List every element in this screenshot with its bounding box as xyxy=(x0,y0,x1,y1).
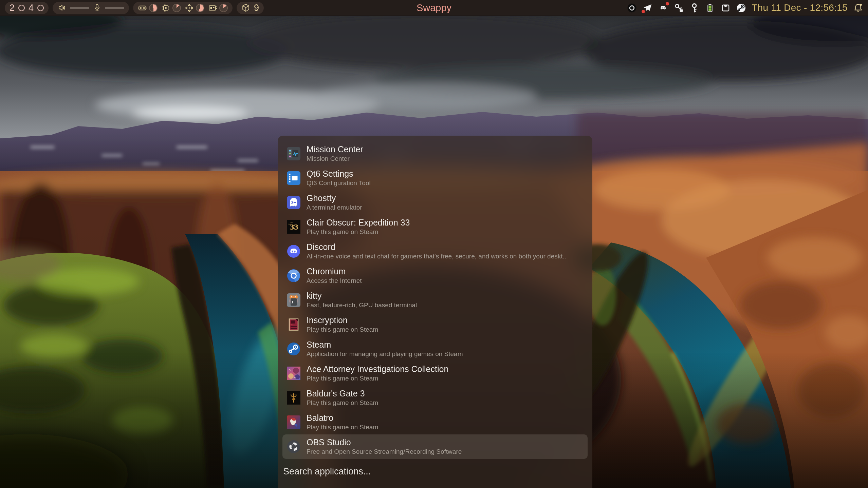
launcher-item[interactable]: GhosttyA terminal emulator xyxy=(282,190,588,215)
launcher-item[interactable]: ❯_kittyFast, feature-rich, GPU based ter… xyxy=(282,288,588,312)
launcher-item[interactable]: SteamApplication for managing and playin… xyxy=(282,337,588,361)
launcher-item[interactable]: Baldur's Gate 3Play this game on Steam xyxy=(282,386,588,410)
workspaces-pill: 24 xyxy=(5,2,49,14)
app-description: Free and Open Source Streaming/Recording… xyxy=(307,448,462,456)
key-lock-icon[interactable] xyxy=(673,3,684,13)
launcher-item[interactable]: Qt6 SettingsQt6 Configuration Tool xyxy=(282,166,588,190)
inscryption-icon xyxy=(287,318,300,331)
gamepad-sensor xyxy=(185,3,204,13)
notification-badge xyxy=(666,2,669,5)
app-title: Steam xyxy=(307,340,463,350)
app-title: Ghostty xyxy=(307,193,362,203)
cpu-sensor xyxy=(161,3,181,13)
launcher-item[interactable]: ChromiumAccess the Internet xyxy=(282,263,588,288)
discord-icon xyxy=(287,245,300,258)
app-texts: GhosttyA terminal emulator xyxy=(307,193,362,212)
app-description: Application for managing and playing gam… xyxy=(307,350,463,358)
memory-icon xyxy=(138,3,147,13)
app-texts: SteamApplication for managing and playin… xyxy=(307,340,463,358)
workspace-indicator-empty[interactable] xyxy=(37,5,44,11)
audio-pill xyxy=(53,2,129,14)
app-title: Chromium xyxy=(307,267,362,276)
workspace-indicator[interactable]: 2 xyxy=(10,3,15,13)
baldurs-gate-3-icon xyxy=(287,391,300,405)
app-texts: Baldur's Gate 3Play this game on Steam xyxy=(307,389,378,407)
app-title: Ace Attorney Investigations Collection xyxy=(307,364,448,374)
gpu-usage-gauge xyxy=(219,4,228,12)
package-icon xyxy=(241,3,250,12)
launcher-item[interactable]: Mission CenterMission Center xyxy=(282,141,588,166)
cpu-usage-gauge xyxy=(172,4,181,12)
app-title: Baldur's Gate 3 xyxy=(307,389,378,398)
app-description: Mission Center xyxy=(307,155,363,163)
desktop: 24 9 Swappy Thu 11 Dec - 12:56:15 Missio… xyxy=(0,0,868,488)
qt6-settings-icon xyxy=(287,171,300,185)
gpu-sensor xyxy=(208,3,228,13)
app-texts: ChromiumAccess the Internet xyxy=(307,267,362,285)
app-texts: Mission CenterMission Center xyxy=(307,144,363,163)
mic-slider[interactable] xyxy=(105,7,124,9)
top-bar: 24 9 Swappy Thu 11 Dec - 12:56:15 xyxy=(0,0,868,16)
chromium-icon xyxy=(287,269,300,282)
launcher-item[interactable]: InscryptionPlay this game on Steam xyxy=(282,312,588,337)
window-title: Swappy xyxy=(417,2,451,14)
app-title: Qt6 Settings xyxy=(307,169,371,179)
mission-center-icon xyxy=(287,147,300,160)
clair-obscur-icon: 33 xyxy=(287,220,300,234)
launcher-item[interactable]: BalatroPlay this game on Steam xyxy=(282,410,588,434)
svg-text:33: 33 xyxy=(289,223,298,231)
app-title: Mission Center xyxy=(307,144,363,154)
top-bar-left: 24 9 xyxy=(5,2,264,14)
notification-badge xyxy=(642,10,645,13)
telegram-icon[interactable] xyxy=(642,3,653,13)
app-title: OBS Studio xyxy=(307,437,462,447)
svg-text:❯_: ❯_ xyxy=(291,300,296,304)
launcher-panel: Mission CenterMission CenterQt6 Settings… xyxy=(278,136,592,488)
network-icon[interactable] xyxy=(720,3,731,13)
app-description: A terminal emulator xyxy=(307,204,362,212)
battery-icon[interactable] xyxy=(705,3,715,13)
updates-pill[interactable]: 9 xyxy=(237,2,264,14)
ace-attorney-icon xyxy=(287,367,300,380)
app-texts: BalatroPlay this game on Steam xyxy=(307,413,378,432)
sensors-pill xyxy=(133,2,233,14)
app-description: Access the Internet xyxy=(307,277,362,285)
app-description: Play this game on Steam xyxy=(307,375,448,383)
steelseries-icon[interactable] xyxy=(627,3,637,13)
app-description: Play this game on Steam xyxy=(307,399,378,407)
volume-slider[interactable] xyxy=(70,7,89,9)
speaker-icon xyxy=(57,3,66,12)
discord-tray-icon[interactable] xyxy=(658,3,668,13)
app-description: Fast, feature-rich, GPU based terminal xyxy=(307,301,417,309)
app-title: Discord xyxy=(307,242,566,252)
steam-tray-icon[interactable] xyxy=(736,3,746,13)
gamepad-usage-gauge xyxy=(196,4,204,12)
app-description: Play this game on Steam xyxy=(307,424,378,431)
app-texts: Qt6 SettingsQt6 Configuration Tool xyxy=(307,169,371,188)
app-description: Qt6 Configuration Tool xyxy=(307,179,371,187)
app-texts: Clair Obscur: Expedition 33Play this gam… xyxy=(307,218,410,236)
app-texts: DiscordAll-in-one voice and text chat fo… xyxy=(307,242,566,261)
search-input[interactable] xyxy=(283,466,541,477)
workspace-indicator[interactable]: 4 xyxy=(29,3,34,13)
app-title: Clair Obscur: Expedition 33 xyxy=(307,218,410,228)
app-texts: OBS StudioFree and Open Source Streaming… xyxy=(307,437,462,456)
workspace-indicator-empty[interactable] xyxy=(18,5,25,11)
launcher-item[interactable]: DiscordAll-in-one voice and text chat fo… xyxy=(282,239,588,263)
microphone-icon xyxy=(93,3,101,12)
bell-icon[interactable] xyxy=(853,3,863,13)
obs-studio-icon xyxy=(287,440,300,453)
launcher-item[interactable]: OBS StudioFree and Open Source Streaming… xyxy=(282,434,588,459)
clock: Thu 11 Dec - 12:56:15 xyxy=(752,2,848,13)
launcher-item[interactable]: Ace Attorney Investigations CollectionPl… xyxy=(282,361,588,386)
key-icon[interactable] xyxy=(689,3,700,13)
app-title: Inscryption xyxy=(307,315,378,325)
app-list: Mission CenterMission CenterQt6 Settings… xyxy=(278,141,592,459)
steam-app-icon xyxy=(287,342,300,356)
app-texts: Ace Attorney Investigations CollectionPl… xyxy=(307,364,448,383)
memory-sensor xyxy=(138,3,158,13)
launcher-item[interactable]: 33Clair Obscur: Expedition 33Play this g… xyxy=(282,215,588,239)
cpu-icon xyxy=(161,3,170,13)
app-texts: InscryptionPlay this game on Steam xyxy=(307,315,378,334)
app-description: Play this game on Steam xyxy=(307,228,410,236)
